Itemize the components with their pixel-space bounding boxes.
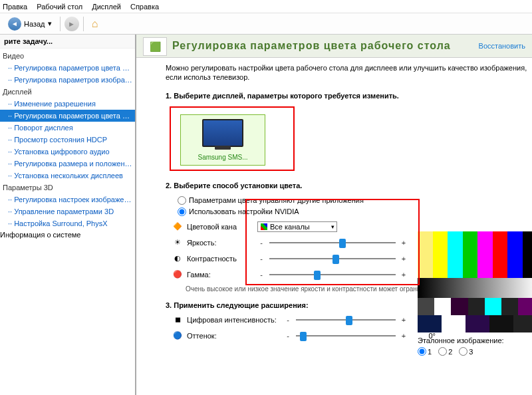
preview-panel: Эталонное изображение: 1 2 3 [418, 231, 532, 356]
display-selection-box: Samsung SMS... [170, 106, 295, 171]
gamma-slider[interactable] [269, 271, 396, 279]
brightness-icon: ☀ [172, 237, 183, 248]
radio-nvidia-label: Использовать настройки NVIDIA [189, 207, 299, 215]
back-arrow-icon: ◄ [8, 17, 21, 31]
intensity-label: Цифровая интенсивность: [187, 316, 280, 324]
minus-icon: - [284, 316, 292, 324]
channel-dropdown[interactable]: Все каналы [257, 221, 337, 232]
menu-help[interactable]: Справка [130, 3, 159, 11]
forward-arrow-icon: ► [68, 20, 75, 28]
step1-title: 1. Выберите дисплей, параметры которого … [166, 92, 532, 100]
gradient-bar [418, 278, 532, 298]
dropdown-arrow-icon: ▾ [48, 19, 52, 28]
plus-icon: + [400, 271, 408, 279]
tree-item[interactable]: ·· Настройка Surround, PhysX [0, 217, 135, 229]
sidebar-header: рите задачу... [0, 35, 135, 49]
radio-nvidia[interactable]: Использовать настройки NVIDIA [178, 207, 532, 216]
contrast-icon: ◐ [172, 253, 183, 264]
page-title: Регулировка параметров цвета рабочего ст… [172, 40, 451, 52]
menu-desktop[interactable]: Рабочий стол [37, 3, 82, 11]
brightness-label: Яркость: [187, 239, 253, 247]
separator [60, 17, 61, 31]
tree-item[interactable]: ·· Регулировка параметров цвета для вид [0, 62, 135, 74]
channel-color-icon [261, 223, 267, 230]
main-panel: 🟩 Регулировка параметров цвета рабочего … [136, 35, 532, 395]
sidebar: рите задачу... Видео·· Регулировка парам… [0, 35, 136, 395]
channel-label: Цветовой кана [187, 223, 253, 231]
minus-icon: - [257, 239, 265, 247]
radio-other-input[interactable] [178, 196, 186, 205]
plus-icon: + [400, 332, 408, 340]
description: Можно регулировать настройки цвета рабоч… [166, 63, 532, 82]
minus-icon: - [257, 271, 265, 279]
tree-item[interactable]: ·· Регулировка настроек изображения с пр [0, 194, 135, 205]
minus-icon: - [284, 332, 292, 340]
color-bars [418, 231, 532, 278]
ref-opt-1[interactable]: 1 [418, 347, 432, 356]
tree-item[interactable]: ·· Установка нескольких дисплеев [0, 170, 135, 182]
tree-item[interactable]: ·· Регулировка размера и положения рабо [0, 158, 135, 170]
plus-icon: + [400, 316, 408, 324]
radio-nvidia-input[interactable] [178, 207, 186, 216]
intensity-slider[interactable] [296, 316, 396, 324]
sidebar-sysinfo[interactable]: Информация о системе [0, 231, 135, 239]
contrast-slider[interactable] [269, 255, 396, 263]
minus-icon: - [257, 255, 265, 263]
tree-item[interactable]: ·· Просмотр состояния HDCP [0, 134, 135, 146]
home-button[interactable]: ⌂ [88, 17, 102, 31]
ref-opt-2[interactable]: 2 [438, 347, 452, 356]
brightness-slider[interactable] [269, 239, 396, 247]
plus-icon: + [400, 255, 408, 263]
channel-icon: 🔶 [172, 221, 183, 232]
reference-label: Эталонное изображение: [418, 336, 532, 344]
tree: Видео·· Регулировка параметров цвета для… [0, 49, 135, 231]
tree-group: Дисплей [0, 86, 135, 98]
nvidia-logo-icon: 🟩 [143, 37, 167, 56]
menubar: Правка Рабочий стол Дисплей Справка [0, 0, 532, 13]
tree-item[interactable]: ·· Изменение разрешения [0, 98, 135, 110]
display-label: Samsung SMS... [198, 154, 247, 161]
menu-edit[interactable]: Правка [3, 3, 27, 11]
tree-item[interactable]: ·· Поворот дисплея [0, 122, 135, 134]
plus-icon: + [400, 239, 408, 247]
forward-button[interactable]: ► [65, 17, 79, 31]
ref-opt-3[interactable]: 3 [459, 347, 473, 356]
menu-display[interactable]: Дисплей [92, 3, 121, 11]
restore-link[interactable]: Восстановить [479, 42, 525, 50]
home-icon: ⌂ [92, 18, 98, 30]
gamma-label: Гамма: [187, 271, 253, 279]
display-item[interactable]: Samsung SMS... [180, 114, 265, 166]
hue-icon: 🔵 [172, 330, 183, 341]
tree-group: Видео [0, 50, 135, 62]
channel-value: Все каналы [270, 223, 310, 231]
back-button[interactable]: ◄ Назад ▾ [4, 16, 56, 32]
contrast-label: Контрастность [187, 255, 253, 263]
tree-item[interactable]: ·· Регулировка параметров цвета рабочег [0, 110, 135, 122]
reference-radios: 1 2 3 [418, 347, 532, 356]
tree-group: Параметры 3D [0, 182, 135, 194]
radio-other-apps[interactable]: Параметрами цвета управляют другие прило… [178, 196, 532, 205]
separator [83, 17, 84, 31]
tree-item[interactable]: ·· Регулировка параметров изображения д [0, 74, 135, 86]
back-label: Назад [24, 20, 45, 28]
step2-title: 2. Выберите способ установки цвета. [166, 182, 532, 190]
monitor-icon [202, 119, 243, 147]
gamma-icon: 🔴 [172, 269, 183, 280]
hue-slider[interactable] [296, 332, 396, 340]
hue-label: Оттенок: [187, 332, 280, 340]
radio-other-label: Параметрами цвета управляют другие прило… [189, 196, 364, 204]
tv-bars [418, 298, 532, 332]
tree-item[interactable]: ·· Управление параметрами 3D [0, 205, 135, 217]
tree-item[interactable]: ·· Установка цифрового аудио [0, 146, 135, 158]
toolbar: ◄ Назад ▾ ► ⌂ [0, 13, 532, 35]
intensity-icon: ◼ [172, 315, 183, 325]
main-header: 🟩 Регулировка параметров цвета рабочего … [136, 35, 532, 58]
color-channel-row: 🔶 Цветовой кана Все каналы [172, 221, 532, 232]
